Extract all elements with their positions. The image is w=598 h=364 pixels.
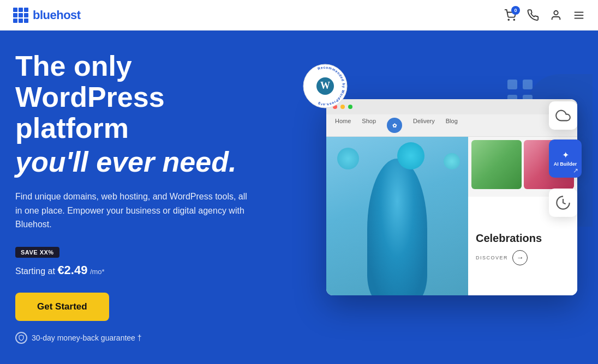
cart-icon[interactable]: 0	[504, 9, 516, 21]
celebrations-title: Celebrations	[476, 232, 570, 245]
thumb-1	[471, 140, 522, 189]
money-back-guarantee: 30-day money-back guarantee †	[15, 332, 273, 344]
browser-nav: Home Shop ✿ Delivery Blog ≡	[326, 114, 577, 137]
navbar: bluehost 0	[0, 0, 598, 31]
nav-blog: Blog	[446, 118, 458, 133]
navbar-icons: 0	[504, 9, 585, 21]
float-cloud-card	[549, 101, 577, 130]
hero-left: The only WordPress platform you'll ever …	[11, 51, 273, 344]
account-icon[interactable]	[550, 9, 562, 21]
save-badge: SAVE XX%	[15, 247, 59, 258]
nav-shop: Shop	[362, 118, 376, 133]
shield-icon	[15, 332, 27, 344]
deco-dot-1	[507, 80, 517, 89]
pricing-price: €2.49	[57, 263, 87, 277]
pricing-prefix: Starting at	[15, 266, 57, 276]
logo-grid-icon	[13, 8, 28, 23]
hero-image-area	[326, 137, 468, 295]
hero-section: The only WordPress platform you'll ever …	[0, 31, 598, 364]
menu-icon[interactable]	[573, 9, 585, 21]
discover-row: DISCOVER →	[476, 250, 570, 265]
hero-title-text1: The only	[15, 50, 132, 82]
svg-text:W: W	[320, 80, 330, 91]
cursor-icon: ↗	[573, 167, 578, 174]
hero-right: Recommended by WordPress.org W Home Shop…	[273, 31, 587, 364]
pricing-suffix: /mo*	[90, 268, 105, 276]
nav-home: Home	[335, 118, 351, 133]
svg-point-2	[554, 10, 558, 14]
discover-label: DISCOVER	[476, 255, 508, 260]
flower-detail-2	[444, 153, 460, 169]
flower-detail-3	[397, 142, 424, 169]
money-back-text: 30-day money-back guarantee †	[32, 333, 142, 342]
hero-title-text2: WordPress platform	[15, 81, 165, 144]
phone-icon[interactable]	[527, 9, 539, 21]
browser-mockup: Home Shop ✿ Delivery Blog ≡	[326, 99, 577, 295]
get-started-button[interactable]: Get Started	[15, 293, 109, 321]
flower-detail-1	[337, 148, 359, 169]
nav-delivery: Delivery	[413, 118, 435, 133]
svg-point-1	[513, 19, 515, 20]
cart-badge: 0	[511, 6, 520, 15]
site-logo: ✿	[387, 118, 402, 133]
svg-point-0	[508, 19, 509, 20]
logo-text: bluehost	[33, 8, 81, 22]
browser-content: Celebrations DISCOVER →	[326, 137, 577, 295]
browser-nav-items: Home Shop ✿ Delivery Blog	[335, 118, 458, 133]
hero-title-line1: The only WordPress platform	[15, 51, 273, 144]
logo-link[interactable]: bluehost	[13, 8, 81, 23]
flower-silhouette	[367, 159, 427, 295]
browser-bar	[326, 99, 577, 114]
deco-dot-2	[523, 80, 533, 89]
hero-title-italic: you'll ever need.	[15, 146, 273, 179]
float-ai-card: ✦ AI Builder ↗	[549, 139, 582, 178]
pricing-line: Starting at €2.49 /mo*	[15, 263, 273, 277]
discover-arrow-icon: →	[512, 250, 528, 265]
ai-sparkle-icon: ✦	[562, 150, 569, 160]
wp-recommended-badge: Recommended by WordPress.org W	[301, 62, 349, 110]
float-speed-card	[549, 189, 577, 217]
hero-description: Find unique domains, web hosting, and Wo…	[15, 190, 255, 232]
